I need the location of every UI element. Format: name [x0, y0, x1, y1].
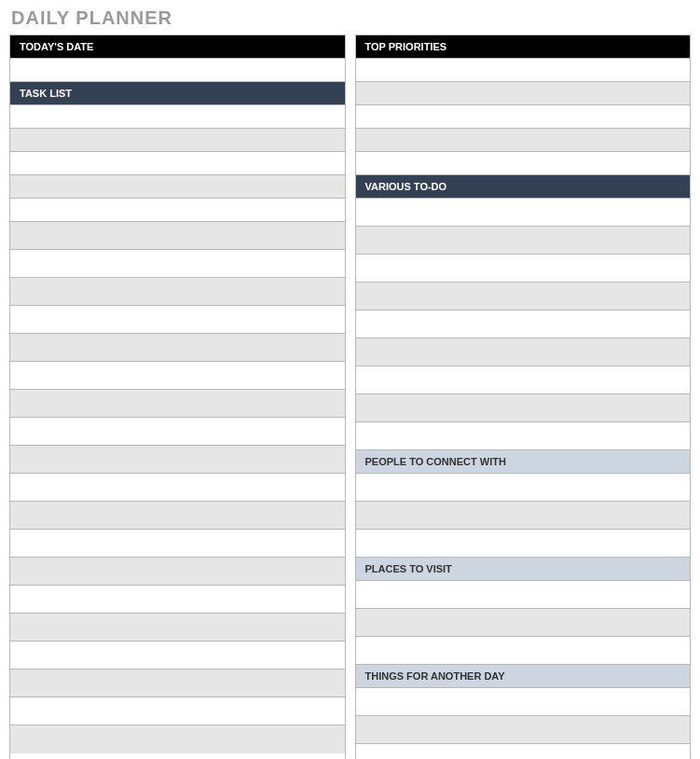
- people-row[interactable]: [356, 502, 691, 530]
- todo-row[interactable]: [356, 394, 691, 422]
- people-row[interactable]: [356, 474, 691, 502]
- task-row[interactable]: [10, 558, 345, 586]
- planner-columns: TODAY'S DATE TASK LIST TOP PRIORITIES: [9, 34, 691, 759]
- task-row[interactable]: [10, 362, 345, 390]
- people-connect-header: PEOPLE TO CONNECT WITH: [356, 450, 691, 474]
- task-row[interactable]: [10, 530, 345, 558]
- task-row[interactable]: [10, 152, 345, 175]
- todo-row[interactable]: [356, 338, 691, 366]
- task-row[interactable]: [10, 199, 345, 222]
- task-row[interactable]: [10, 697, 345, 725]
- task-row[interactable]: [10, 418, 345, 446]
- people-row[interactable]: [356, 530, 691, 558]
- task-row[interactable]: [10, 105, 345, 129]
- right-column: TOP PRIORITIES VARIOUS TO-DO PEOPLE TO C…: [355, 34, 692, 759]
- top-priorities-header: TOP PRIORITIES: [356, 35, 691, 59]
- various-todo-header: VARIOUS TO-DO: [356, 175, 691, 199]
- places-row[interactable]: [356, 637, 691, 665]
- task-row[interactable]: [10, 669, 345, 697]
- task-row[interactable]: [10, 222, 345, 250]
- task-row[interactable]: [10, 278, 345, 306]
- places-row[interactable]: [356, 581, 691, 609]
- another-day-row[interactable]: [356, 716, 691, 744]
- another-day-row[interactable]: [356, 744, 691, 759]
- task-row[interactable]: [10, 502, 345, 530]
- todays-date-header: TODAY'S DATE: [10, 35, 345, 59]
- priority-row[interactable]: [356, 82, 691, 105]
- task-list-header: TASK LIST: [10, 82, 345, 105]
- task-row[interactable]: [10, 586, 345, 614]
- task-row[interactable]: [10, 250, 345, 278]
- todo-row[interactable]: [356, 366, 691, 394]
- todo-row[interactable]: [356, 422, 691, 450]
- task-row[interactable]: [10, 390, 345, 418]
- task-row[interactable]: [10, 614, 345, 642]
- task-row[interactable]: [10, 725, 345, 753]
- another-day-row[interactable]: [356, 688, 691, 716]
- priority-row[interactable]: [356, 59, 691, 82]
- task-row[interactable]: [10, 474, 345, 502]
- todo-row[interactable]: [356, 310, 691, 338]
- priority-row[interactable]: [356, 152, 691, 175]
- priority-row[interactable]: [356, 129, 691, 152]
- date-row[interactable]: [10, 59, 345, 82]
- todo-row[interactable]: [356, 227, 691, 255]
- page-title: DAILY PLANNER: [11, 7, 691, 29]
- todo-row[interactable]: [356, 199, 691, 227]
- task-row[interactable]: [10, 642, 345, 669]
- left-column: TODAY'S DATE TASK LIST: [9, 34, 346, 759]
- task-row[interactable]: [10, 175, 345, 199]
- todo-row[interactable]: [356, 283, 691, 310]
- places-visit-header: PLACES TO VISIT: [356, 558, 691, 581]
- task-row[interactable]: [10, 306, 345, 334]
- task-row[interactable]: [10, 446, 345, 474]
- places-row[interactable]: [356, 609, 691, 637]
- todo-row[interactable]: [356, 255, 691, 283]
- task-row[interactable]: [10, 334, 345, 362]
- priority-row[interactable]: [356, 105, 691, 129]
- task-row[interactable]: [10, 129, 345, 152]
- things-another-day-header: THINGS FOR ANOTHER DAY: [356, 665, 691, 688]
